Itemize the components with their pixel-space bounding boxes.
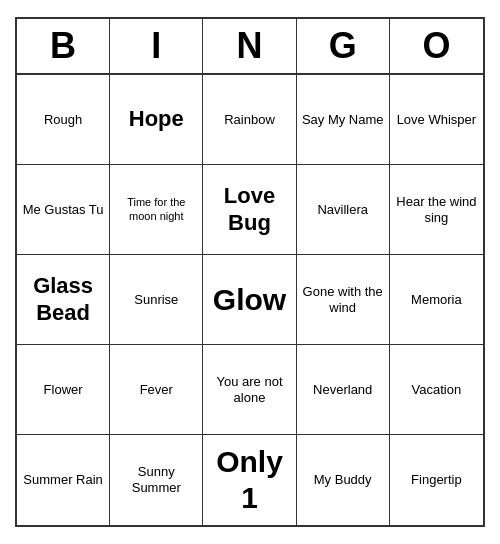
bingo-cell: Sunny Summer <box>110 435 203 525</box>
bingo-cell: Navillera <box>297 165 390 255</box>
bingo-cell: Rough <box>17 75 110 165</box>
bingo-cell: Rainbow <box>203 75 296 165</box>
bingo-letter: I <box>110 19 203 73</box>
bingo-cell: Me Gustas Tu <box>17 165 110 255</box>
bingo-header: BINGO <box>17 19 483 75</box>
bingo-cell: My Buddy <box>297 435 390 525</box>
bingo-cell: Love Bug <box>203 165 296 255</box>
bingo-cell: Hope <box>110 75 203 165</box>
bingo-letter: N <box>203 19 296 73</box>
bingo-cell: Fingertip <box>390 435 483 525</box>
bingo-letter: G <box>297 19 390 73</box>
bingo-cell: Glass Bead <box>17 255 110 345</box>
bingo-cell: Memoria <box>390 255 483 345</box>
bingo-cell: Time for the moon night <box>110 165 203 255</box>
bingo-cell: Gone with the wind <box>297 255 390 345</box>
bingo-cell: Love Whisper <box>390 75 483 165</box>
bingo-cell: Glow <box>203 255 296 345</box>
bingo-cell: Vacation <box>390 345 483 435</box>
bingo-cell: Fever <box>110 345 203 435</box>
bingo-grid: RoughHopeRainbowSay My NameLove WhisperM… <box>17 75 483 525</box>
bingo-cell: You are not alone <box>203 345 296 435</box>
bingo-cell: Hear the wind sing <box>390 165 483 255</box>
bingo-letter: B <box>17 19 110 73</box>
bingo-cell: Flower <box>17 345 110 435</box>
bingo-cell: Say My Name <box>297 75 390 165</box>
bingo-cell: Summer Rain <box>17 435 110 525</box>
bingo-card: BINGO RoughHopeRainbowSay My NameLove Wh… <box>15 17 485 527</box>
bingo-letter: O <box>390 19 483 73</box>
bingo-cell: Neverland <box>297 345 390 435</box>
bingo-cell: Only 1 <box>203 435 296 525</box>
bingo-cell: Sunrise <box>110 255 203 345</box>
